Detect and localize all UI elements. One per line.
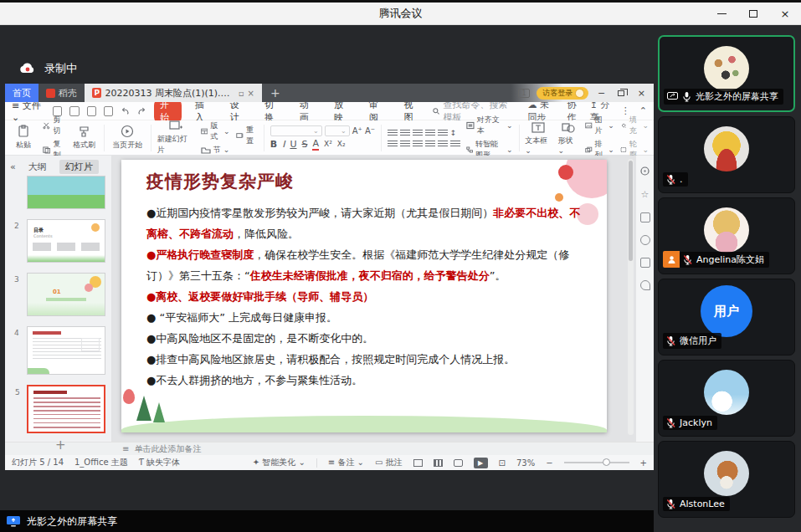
fill-button[interactable]: 填充 ⌄ [620, 115, 649, 136]
zoom-out-button[interactable]: − [546, 458, 552, 468]
tab-pin-icon[interactable]: ▫ [239, 89, 244, 98]
tab-document[interactable]: P 20220313 周末险点(1)(1).pptx ▫ × [85, 84, 262, 102]
animation-pane-icon[interactable] [640, 212, 650, 223]
slide-editor[interactable]: 疫情形势复杂严峻 ●近期国内疫情零星散发形势较为严峻，请大家近期（尤其是假日期间… [112, 156, 635, 442]
justify-icon[interactable] [425, 141, 435, 147]
strikethrough-button[interactable]: S [301, 139, 307, 150]
new-tab-button[interactable]: + [262, 84, 289, 102]
font-family-select[interactable]: ⌄ [270, 125, 322, 136]
undo-icon[interactable] [121, 106, 130, 116]
grow-font-icon[interactable]: A⁺ [352, 126, 362, 136]
align-text-button[interactable]: 对齐文本 ⌄ [466, 115, 513, 136]
format-painter-button[interactable]: 格式刷 [70, 125, 97, 151]
editor-scrollbar[interactable] [628, 159, 634, 435]
slide-thumbnail-2[interactable]: 2 目录 Contents [27, 219, 105, 263]
notes-bar[interactable]: ≡ 单击此处添加备注 [5, 442, 654, 455]
zoom-slider-knob[interactable] [603, 458, 610, 466]
paste-button[interactable]: 粘贴 [10, 125, 37, 151]
participant-tile-sharer[interactable]: 光影之外的屏幕共享 [658, 35, 795, 112]
align-left-icon[interactable] [388, 141, 398, 147]
window-switch-icon[interactable]: 1 [518, 89, 530, 98]
tab-close-icon[interactable]: × [248, 89, 254, 98]
slide-thumbnail-4[interactable]: 4 [27, 326, 105, 375]
distribute-icon[interactable] [438, 141, 448, 147]
tab-docer[interactable]: 稻壳 [39, 84, 85, 102]
export-icon[interactable] [69, 106, 79, 116]
participant-tile-dot[interactable]: . [658, 116, 795, 193]
bullet-list-icon[interactable] [388, 130, 398, 136]
wps-minimize-button[interactable]: ─ [595, 88, 608, 99]
slide-canvas[interactable]: 疫情形势复杂严峻 ●近期国内疫情零星散发形势较为严峻，请大家近期（尤其是假日期间… [121, 160, 607, 432]
guest-login-badge[interactable]: 访客登录 [537, 87, 588, 100]
increase-indent-icon[interactable] [425, 130, 435, 136]
line-spacing-icon[interactable] [438, 130, 448, 136]
sort-icon[interactable]: ↕ [450, 129, 457, 137]
bold-button[interactable]: B [270, 139, 277, 150]
print-icon[interactable] [87, 106, 96, 116]
fit-slide-icon[interactable]: ⊡ [499, 458, 506, 468]
slide-body-textbox[interactable]: ●近期国内疫情零星散发形势较为严峻，请大家近期（尤其是假日期间）非必要不出校、不… [146, 203, 583, 391]
tab-home[interactable]: 首页 [5, 84, 39, 102]
theme-name[interactable]: 1_Office 主题 [74, 457, 128, 468]
selection-pane-icon[interactable] [640, 258, 650, 268]
section-button[interactable]: 节 ⌄ [201, 145, 230, 156]
slides-tab[interactable]: 幻灯片 [59, 160, 99, 174]
help-pane-icon[interactable] [640, 235, 650, 245]
subscript-button[interactable]: X₂ [337, 140, 346, 148]
collapse-panel-icon[interactable]: « [10, 161, 16, 172]
shrink-font-icon[interactable]: A⁻ [365, 126, 375, 136]
close-button[interactable]: × [769, 3, 801, 25]
beautify-button[interactable]: ✦ 智能美化 ⌄ [253, 457, 306, 468]
shapes-button[interactable]: 形状 ⌄ [557, 121, 579, 155]
comment-pane-icon[interactable] [640, 280, 650, 290]
decrease-indent-icon[interactable] [413, 130, 423, 136]
add-slide-button[interactable]: + [55, 437, 66, 453]
picture-button[interactable]: 图片 ⌄ [585, 115, 614, 136]
new-slide-button[interactable]: 新建幻灯片 [157, 120, 195, 156]
minimize-button[interactable] [706, 3, 737, 25]
favorites-icon[interactable]: ☆ [641, 189, 650, 200]
sync-status[interactable]: ☁ 未同步 [528, 99, 558, 124]
properties-icon[interactable] [639, 166, 650, 176]
participant-tile-alstonlee[interactable]: AlstonLee [658, 441, 795, 518]
slideshow-play-button[interactable]: ▶ [474, 458, 488, 468]
collaborate-button[interactable]: 协作 [567, 99, 581, 124]
sorter-view-icon[interactable] [434, 459, 443, 467]
columns-icon[interactable] [450, 141, 460, 147]
align-center-icon[interactable] [400, 141, 410, 147]
normal-view-icon[interactable] [413, 459, 423, 467]
maximize-button[interactable] [737, 3, 769, 25]
notes-button[interactable]: ≡ 备注 ⌄ [328, 457, 364, 468]
zoom-in-button[interactable]: + [640, 458, 647, 468]
zoom-level[interactable]: 73% [516, 458, 535, 468]
wps-close-button[interactable]: × [634, 88, 649, 99]
font-size-select[interactable]: ⌄ [325, 125, 350, 136]
reading-view-icon[interactable] [454, 459, 463, 467]
outline-tab[interactable]: 大纲 [23, 160, 53, 174]
reset-button[interactable]: 重置 [236, 125, 258, 146]
missing-font-warning[interactable]: Ƭ 缺失字体 [139, 457, 180, 468]
underline-button[interactable]: U [290, 139, 296, 150]
layout-button[interactable]: 版式 ⌄ [201, 120, 230, 142]
align-right-icon[interactable] [413, 141, 423, 147]
wps-restore-button[interactable] [614, 88, 628, 99]
italic-button[interactable]: I [282, 139, 285, 150]
superscript-button[interactable]: X² [324, 140, 332, 148]
slide-thumbnail-3[interactable]: 3 01 [27, 273, 105, 316]
cut-button[interactable]: 剪切 [43, 115, 64, 136]
print-preview-icon[interactable] [104, 106, 113, 116]
redo-icon[interactable] [137, 106, 146, 116]
participant-tile-wechat-user[interactable]: 用户 微信用户 [658, 279, 795, 356]
numbered-list-icon[interactable] [400, 130, 410, 136]
slide-thumbnail-1[interactable] [27, 176, 105, 209]
participant-tile-angelina[interactable]: Angelina陈文娟 [658, 197, 795, 274]
play-from-current-button[interactable]: 当页开始 [110, 125, 145, 151]
zoom-slider[interactable] [564, 462, 629, 463]
text-box-button[interactable]: 文本框 ⌄ [525, 121, 552, 155]
recording-indicator[interactable]: 录制中 [18, 61, 77, 76]
slide-thumbnail-5-selected[interactable]: 5 [27, 385, 105, 433]
participant-tile-jacklyn[interactable]: Jacklyn [658, 360, 795, 437]
comments-button[interactable]: ▭ 批注 [375, 457, 403, 468]
file-menu[interactable]: ≡ 文件 ⌄ [12, 100, 45, 123]
font-color-button[interactable]: A [312, 138, 319, 151]
